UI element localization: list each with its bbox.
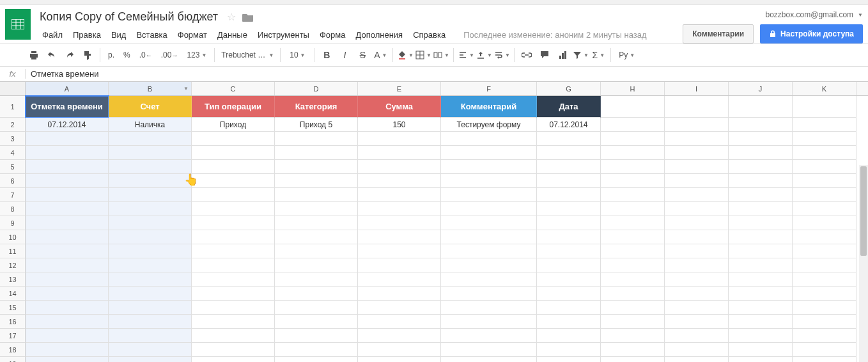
cell[interactable]: [665, 118, 729, 132]
insert-comment-button[interactable]: [536, 47, 553, 63]
cell[interactable]: [729, 357, 793, 362]
cell[interactable]: [358, 329, 441, 343]
cell[interactable]: [109, 132, 192, 146]
cell[interactable]: [537, 357, 601, 362]
cell[interactable]: [26, 315, 109, 329]
cell[interactable]: [358, 301, 441, 315]
cell[interactable]: [26, 132, 109, 146]
scroll-thumb[interactable]: [860, 166, 867, 256]
cell[interactable]: [192, 188, 275, 202]
cell[interactable]: [109, 329, 192, 343]
cell[interactable]: Сумма: [358, 96, 441, 118]
cell[interactable]: [601, 357, 665, 362]
cell[interactable]: [441, 258, 537, 272]
cell[interactable]: [441, 272, 537, 287]
row-header[interactable]: 15: [0, 301, 26, 315]
vertical-scrollbar[interactable]: [859, 165, 868, 362]
print-button[interactable]: [26, 47, 42, 63]
row-header[interactable]: 18: [0, 343, 26, 357]
cell[interactable]: [793, 146, 856, 160]
cell[interactable]: [665, 329, 729, 343]
cell[interactable]: Комментарий: [441, 96, 537, 118]
cell[interactable]: [601, 216, 665, 230]
cell[interactable]: [793, 343, 856, 357]
folder-icon[interactable]: [242, 13, 254, 22]
row-header[interactable]: 11: [0, 244, 26, 258]
cell[interactable]: [793, 230, 856, 244]
merge-cells-button[interactable]: ▼: [433, 47, 449, 63]
cell[interactable]: Дата: [537, 96, 601, 118]
cell[interactable]: [601, 230, 665, 244]
cell[interactable]: [275, 146, 358, 160]
cell[interactable]: [441, 287, 537, 301]
col-header-k[interactable]: K: [793, 82, 856, 95]
cell[interactable]: [601, 343, 665, 357]
horizontal-align-button[interactable]: ▼: [458, 47, 474, 63]
cell[interactable]: [537, 244, 601, 258]
cell[interactable]: [665, 287, 729, 301]
cell[interactable]: [26, 357, 109, 362]
undo-button[interactable]: [43, 47, 60, 63]
cell[interactable]: [729, 258, 793, 272]
cell[interactable]: [441, 244, 537, 258]
menu-edit[interactable]: Правка: [68, 28, 106, 42]
cell[interactable]: [192, 357, 275, 362]
cell[interactable]: [665, 357, 729, 362]
cell[interactable]: Счет: [109, 96, 192, 118]
cell[interactable]: [665, 258, 729, 272]
functions-button[interactable]: Σ▼: [590, 47, 607, 63]
cell[interactable]: [192, 315, 275, 329]
cell[interactable]: [26, 146, 109, 160]
cell[interactable]: [441, 202, 537, 216]
cell[interactable]: [192, 287, 275, 301]
cell[interactable]: [537, 343, 601, 357]
cell[interactable]: [665, 202, 729, 216]
cell[interactable]: [441, 188, 537, 202]
cell[interactable]: [665, 146, 729, 160]
col-header-c[interactable]: C: [192, 82, 275, 95]
cell[interactable]: [729, 188, 793, 202]
cell[interactable]: [358, 174, 441, 188]
cell[interactable]: [729, 202, 793, 216]
comments-button[interactable]: Комментарии: [683, 24, 754, 43]
cell[interactable]: [729, 160, 793, 174]
menu-addons[interactable]: Дополнения: [350, 28, 408, 42]
cell[interactable]: [441, 301, 537, 315]
col-header-d[interactable]: D: [275, 82, 358, 95]
row-header[interactable]: 4: [0, 146, 26, 160]
italic-button[interactable]: I: [336, 47, 353, 63]
cell[interactable]: [192, 329, 275, 343]
cell[interactable]: [601, 315, 665, 329]
menu-tools[interactable]: Инструменты: [252, 28, 314, 42]
col-header-f[interactable]: F: [441, 82, 537, 95]
formula-input[interactable]: Отметка времени: [26, 69, 868, 79]
row-header[interactable]: 8: [0, 202, 26, 216]
text-wrap-button[interactable]: ▼: [493, 47, 510, 63]
cell[interactable]: [665, 315, 729, 329]
user-email[interactable]: bozzbox.com@gmail.com▼: [766, 10, 863, 19]
row-header[interactable]: 12: [0, 258, 26, 272]
cell[interactable]: [441, 343, 537, 357]
cell[interactable]: [109, 202, 192, 216]
cell[interactable]: Тип операции: [192, 96, 275, 118]
cell[interactable]: [729, 329, 793, 343]
cell[interactable]: [109, 258, 192, 272]
cell[interactable]: [665, 174, 729, 188]
insert-chart-button[interactable]: [554, 47, 571, 63]
cell[interactable]: [441, 329, 537, 343]
cell[interactable]: [601, 160, 665, 174]
cell[interactable]: [275, 188, 358, 202]
cell[interactable]: [109, 301, 192, 315]
cell[interactable]: [26, 160, 109, 174]
star-icon[interactable]: ☆: [227, 11, 236, 23]
cell[interactable]: [793, 244, 856, 258]
menu-data[interactable]: Данные: [212, 28, 252, 42]
cell[interactable]: [275, 272, 358, 287]
cell[interactable]: [601, 96, 665, 118]
cell[interactable]: [537, 272, 601, 287]
cell[interactable]: [192, 216, 275, 230]
cell[interactable]: [537, 146, 601, 160]
cell[interactable]: [192, 343, 275, 357]
cell[interactable]: [729, 315, 793, 329]
cell[interactable]: [192, 160, 275, 174]
